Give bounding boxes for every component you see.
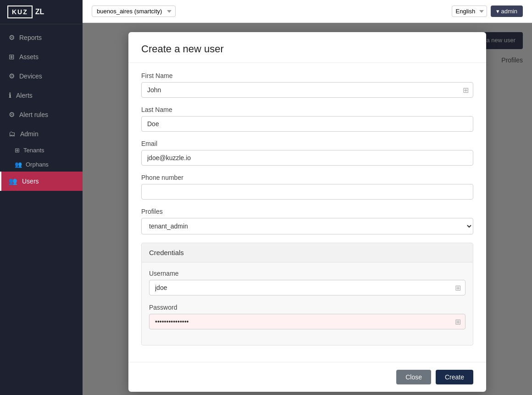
sidebar-item-alerts[interactable]: ℹ Alerts bbox=[0, 86, 83, 105]
sidebar-item-alerts-label: Alerts bbox=[16, 92, 33, 99]
first-name-input-wrapper: ⊞ bbox=[141, 82, 473, 98]
topbar: buenos_aires (smartcity) English ▾ admin bbox=[83, 0, 532, 23]
modal-header: Create a new user bbox=[128, 32, 486, 63]
profiles-select[interactable]: tenant_admin admin user bbox=[141, 218, 473, 234]
alerts-icon: ℹ bbox=[9, 91, 11, 100]
alert-rules-icon: ⚙ bbox=[9, 111, 15, 119]
sidebar-sub-tenants[interactable]: ⊞ Tenants bbox=[0, 143, 83, 157]
content-area: 👤+ Create a new user Profiles Create a n… bbox=[83, 23, 532, 395]
email-input[interactable] bbox=[141, 150, 473, 166]
city-select[interactable]: buenos_aires (smartcity) bbox=[92, 6, 176, 17]
assets-icon: ⊞ bbox=[9, 53, 15, 61]
credentials-header: Credentials bbox=[142, 243, 473, 262]
admin-button[interactable]: ▾ admin bbox=[491, 6, 523, 17]
last-name-label: Last Name bbox=[141, 106, 473, 113]
modal-body: First Name ⊞ Last Name Email bbox=[128, 63, 486, 362]
sidebar-item-devices[interactable]: ⚙ Devices bbox=[0, 67, 83, 86]
users-icon: 👥 bbox=[9, 177, 17, 185]
logo-box: KUZ bbox=[7, 6, 33, 18]
language-select[interactable]: English bbox=[452, 6, 487, 17]
sidebar-item-assets-label: Assets bbox=[19, 53, 39, 61]
modal-dialog: Create a new user First Name ⊞ Last Name bbox=[128, 32, 486, 392]
email-group: Email bbox=[141, 140, 473, 166]
phone-group: Phone number bbox=[141, 174, 473, 200]
phone-label: Phone number bbox=[141, 174, 473, 181]
password-field-icon: ⊞ bbox=[455, 317, 461, 326]
credentials-body: Username ⊞ Password bbox=[142, 262, 473, 345]
sidebar-item-admin-label: Admin bbox=[20, 130, 39, 138]
reports-icon: ⚙ bbox=[9, 33, 15, 42]
sidebar-sub-orphans-label: Orphans bbox=[26, 161, 49, 168]
devices-icon: ⚙ bbox=[9, 72, 15, 80]
modal-footer: Close Create bbox=[128, 362, 486, 392]
profiles-select-group: Profiles tenant_admin admin user bbox=[141, 208, 473, 234]
modal-title: Create a new user bbox=[141, 43, 473, 55]
sidebar-sub-tenants-label: Tenants bbox=[23, 147, 44, 154]
admin-chevron-icon: ▾ bbox=[496, 8, 499, 15]
sidebar-item-reports[interactable]: ⚙ Reports bbox=[0, 28, 83, 47]
main-area: buenos_aires (smartcity) English ▾ admin… bbox=[83, 0, 532, 395]
close-modal-button[interactable]: Close bbox=[396, 370, 431, 384]
phone-input[interactable] bbox=[141, 184, 473, 200]
password-input-wrapper: ⊞ bbox=[149, 314, 466, 329]
credentials-label: Credentials bbox=[149, 249, 184, 256]
sidebar-item-reports-label: Reports bbox=[19, 34, 42, 41]
admin-icon: 🗂 bbox=[9, 130, 16, 138]
topbar-left: buenos_aires (smartcity) bbox=[92, 6, 176, 17]
email-label: Email bbox=[141, 140, 473, 147]
last-name-group: Last Name bbox=[141, 106, 473, 132]
password-input[interactable] bbox=[149, 314, 466, 329]
logo-area: KUZ ZL bbox=[0, 0, 83, 24]
sidebar-item-alert-rules[interactable]: ⚙ Alert rules bbox=[0, 105, 83, 124]
admin-label: admin bbox=[501, 8, 517, 15]
username-input[interactable] bbox=[149, 280, 466, 295]
logo-suffix: ZL bbox=[35, 8, 44, 16]
password-label: Password bbox=[149, 304, 466, 311]
credentials-section: Credentials Username ⊞ bbox=[141, 243, 473, 345]
sidebar-item-alert-rules-label: Alert rules bbox=[19, 111, 48, 118]
first-name-label: First Name bbox=[141, 72, 473, 79]
first-name-group: First Name ⊞ bbox=[141, 72, 473, 98]
password-group: Password ⊞ bbox=[149, 304, 466, 329]
sidebar-item-assets[interactable]: ⊞ Assets bbox=[0, 47, 83, 67]
sidebar-item-devices-label: Devices bbox=[19, 72, 42, 80]
sidebar-item-users[interactable]: 👥 Users bbox=[0, 172, 83, 191]
modal-overlay: Create a new user First Name ⊞ Last Name bbox=[83, 23, 532, 395]
sidebar-nav: ⚙ Reports ⊞ Assets ⚙ Devices ℹ Alerts ⚙ … bbox=[0, 24, 83, 395]
tenants-icon: ⊞ bbox=[15, 147, 20, 154]
first-name-field-icon: ⊞ bbox=[463, 86, 469, 95]
profiles-select-label: Profiles bbox=[141, 208, 473, 215]
sidebar-item-users-label: Users bbox=[22, 178, 39, 185]
first-name-input[interactable] bbox=[141, 82, 473, 98]
create-button[interactable]: Create bbox=[436, 370, 473, 384]
topbar-right: English ▾ admin bbox=[452, 6, 523, 17]
username-field-icon: ⊞ bbox=[455, 284, 461, 292]
orphans-icon: 👥 bbox=[15, 161, 22, 168]
username-input-wrapper: ⊞ bbox=[149, 280, 466, 295]
sidebar: KUZ ZL ⚙ Reports ⊞ Assets ⚙ Devices ℹ Al… bbox=[0, 0, 83, 395]
username-group: Username ⊞ bbox=[149, 270, 466, 295]
last-name-input[interactable] bbox=[141, 116, 473, 132]
sidebar-sub-orphans[interactable]: 👥 Orphans bbox=[0, 157, 83, 172]
sidebar-item-admin[interactable]: 🗂 Admin bbox=[0, 124, 83, 143]
username-label: Username bbox=[149, 270, 466, 277]
